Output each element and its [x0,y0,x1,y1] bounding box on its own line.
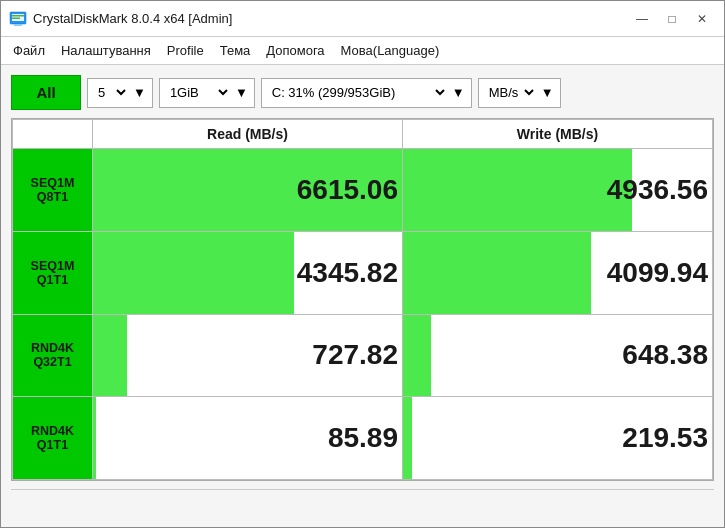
title-bar: CrystalDiskMark 8.0.4 x64 [Admin] — □ ✕ [1,1,724,37]
write-value-3: 219.53 [403,397,713,480]
read-bar-1 [93,232,294,314]
minimize-button[interactable]: — [628,8,656,30]
close-button[interactable]: ✕ [688,8,716,30]
count-select-wrapper[interactable]: 1 3 5 10 ▼ [87,78,153,108]
app-window: CrystalDiskMark 8.0.4 x64 [Admin] — □ ✕ … [0,0,725,528]
read-value-1: 4345.82 [93,231,403,314]
size-select-wrapper[interactable]: 16MiB 32MiB 64MiB 256MiB 512MiB 1GiB 2Gi… [159,78,255,108]
drive-chevron-icon: ▼ [452,85,465,100]
unit-select[interactable]: MB/s GB/s IOPS μs [485,84,537,101]
count-chevron-icon: ▼ [133,85,146,100]
menu-theme[interactable]: Тема [212,40,259,61]
read-value-3: 85.89 [93,397,403,480]
maximize-button[interactable]: □ [658,8,686,30]
main-content: All 1 3 5 10 ▼ 16MiB 32MiB 64MiB 256MiB … [1,65,724,527]
title-bar-left: CrystalDiskMark 8.0.4 x64 [Admin] [9,10,232,28]
menu-help[interactable]: Допомога [258,40,332,61]
label-line2: Q32T1 [33,355,71,369]
controls-row: All 1 3 5 10 ▼ 16MiB 32MiB 64MiB 256MiB … [11,75,714,110]
menu-file[interactable]: Файл [5,40,53,61]
window-title: CrystalDiskMark 8.0.4 x64 [Admin] [33,11,232,26]
write-bar-3 [403,397,412,479]
read-number-2: 727.82 [312,339,398,370]
write-value-0: 4936.56 [403,149,713,232]
write-number-1: 4099.94 [607,257,708,288]
write-bar-0 [403,149,632,231]
menu-language[interactable]: Мова(Language) [333,40,448,61]
write-bar-1 [403,232,591,314]
table-row: RND4KQ1T1 85.89 219.53 [13,397,713,480]
app-icon [9,10,27,28]
drive-select-wrapper[interactable]: C: 31% (299/953GiB) ▼ [261,78,472,108]
read-value-2: 727.82 [93,314,403,397]
empty-header [13,120,93,149]
size-select[interactable]: 16MiB 32MiB 64MiB 256MiB 512MiB 1GiB 2Gi… [166,84,231,101]
write-value-1: 4099.94 [403,231,713,314]
write-bar-2 [403,315,431,397]
svg-rect-4 [12,17,20,19]
label-line1: SEQ1M [31,259,75,273]
svg-rect-3 [12,15,24,17]
test-label-0: SEQ1MQ8T1 [13,149,93,232]
unit-chevron-icon: ▼ [541,85,554,100]
test-label-1: SEQ1MQ1T1 [13,231,93,314]
read-header: Read (MB/s) [93,120,403,149]
status-bar [11,489,714,517]
label-line1: SEQ1M [31,176,75,190]
test-label-2: RND4KQ32T1 [13,314,93,397]
menu-settings[interactable]: Налаштування [53,40,159,61]
read-value-0: 6615.06 [93,149,403,232]
label-line1: RND4K [31,341,74,355]
table-row: SEQ1MQ8T1 6615.06 4936.56 [13,149,713,232]
read-bar-2 [93,315,127,397]
write-number-2: 648.38 [622,339,708,370]
label-line2: Q8T1 [37,190,68,204]
write-number-3: 219.53 [622,422,708,453]
write-value-2: 648.38 [403,314,713,397]
count-select[interactable]: 1 3 5 10 [94,84,129,101]
read-bar-3 [93,397,96,479]
menu-bar: Файл Налаштування Profile Тема Допомога … [1,37,724,65]
read-number-3: 85.89 [328,422,398,453]
write-header: Write (MB/s) [403,120,713,149]
label-line2: Q1T1 [37,273,68,287]
drive-select[interactable]: C: 31% (299/953GiB) [268,84,448,101]
table-row: RND4KQ32T1 727.82 648.38 [13,314,713,397]
svg-rect-2 [14,24,22,26]
table-row: SEQ1MQ1T1 4345.82 4099.94 [13,231,713,314]
read-number-1: 4345.82 [297,257,398,288]
write-number-0: 4936.56 [607,174,708,205]
label-line2: Q1T1 [37,438,68,452]
label-line1: RND4K [31,424,74,438]
unit-select-wrapper[interactable]: MB/s GB/s IOPS μs ▼ [478,78,561,108]
all-button[interactable]: All [11,75,81,110]
window-controls: — □ ✕ [628,8,716,30]
test-label-3: RND4KQ1T1 [13,397,93,480]
read-number-0: 6615.06 [297,174,398,205]
menu-profile[interactable]: Profile [159,40,212,61]
results-table: Read (MB/s) Write (MB/s) SEQ1MQ8T1 6615.… [11,118,714,481]
size-chevron-icon: ▼ [235,85,248,100]
